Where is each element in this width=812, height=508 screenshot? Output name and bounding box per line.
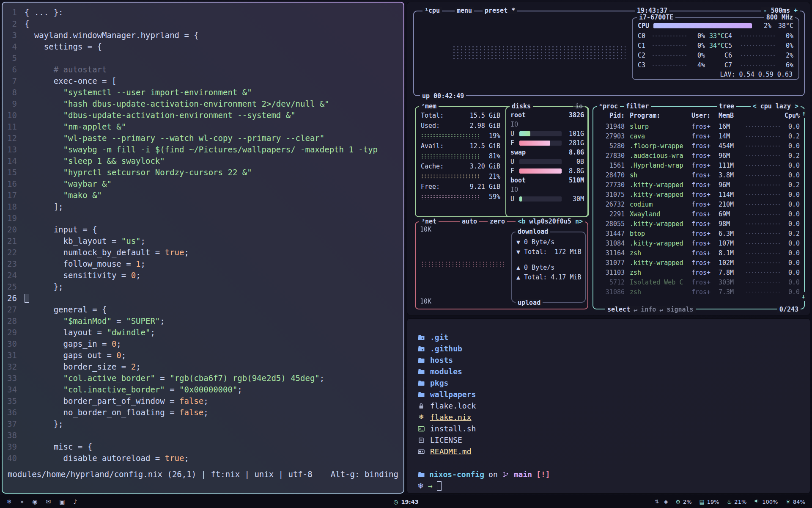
code-line[interactable]: 39 misc = {	[3, 441, 403, 453]
net-zero-button[interactable]: zero	[488, 218, 507, 225]
nix-launcher-icon[interactable]: ❄	[7, 498, 12, 505]
process-row[interactable]: 31447btopfros+6.3M0.2	[598, 229, 800, 238]
file-item[interactable]: hosts	[417, 354, 476, 366]
code-line[interactable]: 15 "hyprctl setcursor Nordzy-cursors 22 …	[3, 167, 403, 178]
file-item[interactable]: .github	[417, 343, 476, 354]
waybar-module-cpu[interactable]: ⚙2%	[675, 499, 691, 505]
code-line[interactable]: 17 "mako &"	[3, 190, 403, 201]
process-row[interactable]: 31075.kitty-wrappedfros+114M0.0	[598, 190, 800, 199]
file-item[interactable]: ❄flake.nix	[417, 411, 476, 423]
waybar-module-volume[interactable]: 100%	[754, 498, 778, 505]
code-line[interactable]: 11 "nm-applet &"	[3, 121, 403, 133]
process-row[interactable]: 28470shfros+3.8M0.0	[598, 170, 800, 180]
code-line[interactable]: 16 "waybar &"	[3, 178, 403, 190]
code-line[interactable]: 27 general = {	[3, 304, 403, 315]
file-item[interactable]: install.sh	[417, 423, 476, 434]
sort-prev-button[interactable]: <	[753, 102, 757, 110]
disks-io-toggle[interactable]: io	[573, 102, 585, 110]
info-hint[interactable]: info	[641, 306, 656, 313]
terminal-window[interactable]: .git.githubhostsmodulespkgswallpapersfla…	[407, 318, 810, 494]
code-line[interactable]: 23 follow_mouse = 1;	[3, 258, 403, 270]
files-app-icon[interactable]: ▣	[59, 498, 65, 505]
code-line[interactable]: 40 disable_autoreload = true;	[3, 453, 403, 464]
tray-network-icon[interactable]: ⇅	[655, 499, 659, 505]
filter-button[interactable]: filter	[624, 102, 651, 110]
code-line[interactable]: 4 settings = {	[3, 41, 403, 52]
code-line[interactable]: 24 sensitivity = 0;	[3, 270, 403, 281]
process-row[interactable]: 31164zshfros+8.1M0.0	[598, 248, 800, 258]
code-line[interactable]: 22 numlock_by_default = true;	[3, 247, 403, 258]
file-item[interactable]: flake.lock	[417, 400, 476, 411]
file-item[interactable]: wallpapers	[417, 389, 476, 400]
proc-scroll-up[interactable]: ↑	[802, 109, 806, 118]
code-line[interactable]: 29 layout = "dwindle";	[3, 327, 403, 338]
file-item[interactable]: README.md	[417, 446, 476, 457]
code-line[interactable]: 25 };	[3, 281, 403, 293]
code-line[interactable]: 31 gaps_out = 0;	[3, 350, 403, 361]
iface-prev-button[interactable]: <b	[518, 218, 525, 225]
select-hint[interactable]: select	[607, 306, 630, 313]
col-pid[interactable]: Pid:	[598, 111, 625, 120]
code-line[interactable]: 18 ];	[3, 201, 403, 213]
code-line[interactable]: 12 "wl-paste --primary --watch wl-copy -…	[3, 133, 403, 144]
waybar-module-brightness[interactable]: ☀84%	[785, 499, 805, 505]
waybar-module-memory[interactable]: ▤19%	[700, 499, 719, 505]
code-line[interactable]: 2{	[3, 18, 403, 30]
code-line[interactable]: 20 input = {	[3, 224, 403, 235]
tray-shield-icon[interactable]: ◆	[664, 499, 668, 505]
shell-input-line[interactable]: ❄ →	[417, 480, 442, 491]
process-row[interactable]: 27903cavafros+14M0.2	[598, 131, 800, 141]
code-line[interactable]: 36 no_border_on_floating = false;	[3, 407, 403, 418]
code-line[interactable]: 28 "$mainMod" = "SUPER";	[3, 315, 403, 327]
code-line[interactable]: 37 };	[3, 418, 403, 430]
net-auto-button[interactable]: auto	[460, 218, 479, 225]
code-line[interactable]: 21 kb_layout = "us";	[3, 235, 403, 247]
code-line[interactable]: 13 "swaybg -m fill -i $(find ~/Pictures/…	[3, 144, 403, 155]
process-row[interactable]: 5712Isolated Web Cfros+303M0.0	[598, 277, 800, 287]
code-line[interactable]: 10 "dbus-update-activation-environment -…	[3, 110, 403, 121]
process-row[interactable]: 31086zshfros+7.3M0.0	[598, 287, 800, 297]
iface-next-button[interactable]: n>	[575, 218, 583, 225]
file-item[interactable]: modules	[417, 366, 476, 377]
process-row[interactable]: 5280.floorp-wrappefros+454M0.0	[598, 141, 800, 151]
chat-app-icon[interactable]: ✉	[46, 498, 51, 505]
code-line[interactable]: 7 exec-once = [	[3, 75, 403, 87]
code-line[interactable]: 6 # autostart	[3, 64, 403, 75]
code-line[interactable]: 35 border_part_of_window = false;	[3, 395, 403, 407]
process-row[interactable]: 28055.kitty-wrappedfros+98M0.0	[598, 219, 800, 229]
col-user[interactable]: User:	[691, 111, 719, 120]
tree-toggle[interactable]: tree	[717, 102, 736, 110]
process-row[interactable]: 2291Xwaylandfros+69M0.0	[598, 209, 800, 219]
editor-buffer[interactable]: 1{ ... }:2{3 wayland.windowManager.hyprl…	[3, 3, 403, 464]
code-line[interactable]: 8 "systemctl --user import-environment &…	[3, 87, 403, 98]
process-row[interactable]: 31077.kitty-wrappedfros+102M0.0	[598, 258, 800, 268]
waybar-clock[interactable]: ◷19:43	[393, 499, 419, 505]
process-row[interactable]: 27730.kitty-wrappedfros+96M0.2	[598, 180, 800, 190]
process-row[interactable]: 1561.Hyprland-wrapfros+111M0.0	[598, 160, 800, 170]
net-interface-selector[interactable]: <b wlp0s20f0u5 n>	[516, 218, 585, 225]
proc-scroll-down[interactable]: ↓	[800, 292, 807, 301]
file-item[interactable]: LICENSE	[417, 434, 476, 446]
code-line[interactable]: 32 border_size = 2;	[3, 361, 403, 373]
code-line[interactable]: 38	[3, 430, 403, 441]
code-line[interactable]: 33 "col.active_border" = "rgb(cba6f7) rg…	[3, 373, 403, 384]
code-line[interactable]: 30 gaps_in = 0;	[3, 338, 403, 350]
col-memb[interactable]: MemB	[719, 111, 742, 120]
col-program[interactable]: Program:	[625, 111, 691, 120]
waybar-module-temperature[interactable]: ♨21%	[727, 499, 747, 505]
terminal-app-icon[interactable]: »	[20, 498, 24, 505]
code-line[interactable]: 14 "sleep 1 && swaylock"	[3, 155, 403, 167]
code-line[interactable]: 19	[3, 213, 403, 224]
col-cpu[interactable]: Cpu%	[783, 111, 800, 120]
code-line[interactable]: 26	[3, 293, 403, 304]
code-line[interactable]: 34 "col.inactive_border" = "0x00000000";	[3, 384, 403, 395]
process-row[interactable]: 31103zshfros+7.8M0.0	[598, 268, 800, 277]
browser-app-icon[interactable]: ◉	[32, 498, 37, 505]
process-row[interactable]: 26732codiumfros+210M0.0	[598, 199, 800, 209]
proc-footer[interactable]: select↵info↵signals	[605, 306, 696, 313]
preset-button[interactable]: preset *	[483, 7, 517, 14]
process-row[interactable]: 31084.kitty-wrappedfros+107M0.0	[598, 238, 800, 248]
file-item[interactable]: .git	[417, 331, 476, 343]
code-line[interactable]: 5	[3, 52, 403, 64]
file-item[interactable]: pkgs	[417, 377, 476, 389]
